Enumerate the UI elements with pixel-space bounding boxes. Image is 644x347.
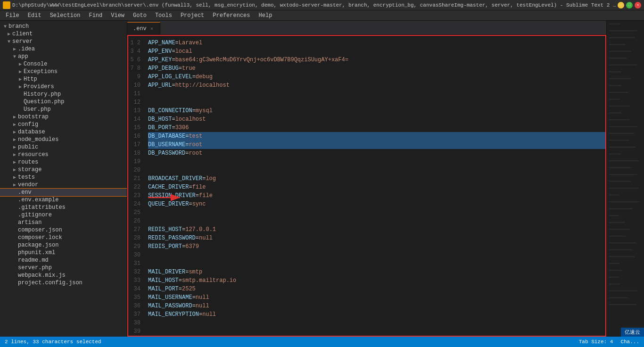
sidebar-item-Http[interactable]: ▶Http xyxy=(0,75,127,83)
sidebar-item-branch[interactable]: ▼ branch xyxy=(0,23,127,30)
sidebar[interactable]: ▼ branch ▶client▼server▶.idea▼app▶Consol… xyxy=(0,21,127,337)
menu-item-tools[interactable]: Tools xyxy=(151,11,176,20)
sidebar-item-label: database xyxy=(18,129,127,135)
sidebar-item-label: server.php xyxy=(18,264,127,271)
maximize-button[interactable]: □ xyxy=(626,2,633,8)
status-right: Tab Size: 4 Cha... xyxy=(579,339,639,345)
code-editor[interactable]: APP_NAME=Laravel APP_ENV=local APP_KEY=b… xyxy=(143,35,606,337)
sidebar-item-label: config xyxy=(18,121,127,128)
menu-item-file[interactable]: File xyxy=(2,11,23,20)
sidebar-item-config[interactable]: ▶config xyxy=(0,121,127,128)
sidebar-item-label: webpack.mix.js xyxy=(18,272,127,279)
tab-label: .env xyxy=(133,25,147,32)
sidebar-item-label: composer.json xyxy=(18,227,127,233)
menu-item-preferences[interactable]: Preferences xyxy=(209,11,254,20)
expand-arrow: ▶ xyxy=(11,159,18,165)
sidebar-item-label: .env.example xyxy=(18,197,127,203)
sidebar-item-bootstrap[interactable]: ▶bootstrap xyxy=(0,113,127,121)
status-tab-size[interactable]: Tab Size: 4 xyxy=(579,339,613,345)
sidebar-item-label: app xyxy=(18,53,127,60)
sidebar-item-tests[interactable]: ▶tests xyxy=(0,174,127,181)
main-layout: ▼ branch ▶client▼server▶.idea▼app▶Consol… xyxy=(0,21,644,337)
sidebar-item-node_modules[interactable]: ▶node_modules xyxy=(0,136,127,143)
menu-bar: FileEditSelectionFindViewGotoToolsProjec… xyxy=(0,10,644,21)
status-bar: 2 lines, 33 characters selected Tab Size… xyxy=(0,337,644,347)
sidebar-item-vendor[interactable]: ▶vendor xyxy=(0,181,127,189)
tab-env[interactable]: .env✕ xyxy=(127,22,160,34)
sidebar-item-label: project.config.json xyxy=(18,280,127,286)
expand-arrow: ▶ xyxy=(17,61,24,67)
sidebar-item-.gitattributes[interactable]: .gitattributes xyxy=(0,204,127,211)
sidebar-item-label: Exceptions xyxy=(24,68,127,75)
editor-content: 1 2 3 4 5 6 7 8 9 10 11 12 13 14 15 16 1… xyxy=(127,35,606,337)
sidebar-item-label: bootstrap xyxy=(18,114,127,120)
tabs-bar: .env✕ xyxy=(127,21,606,35)
sidebar-item-.env[interactable]: .env xyxy=(0,189,127,196)
sidebar-item-client[interactable]: ▶client xyxy=(0,30,127,38)
expand-arrow: ▶ xyxy=(6,31,12,37)
watermark: 亿速云 xyxy=(621,328,644,337)
sidebar-item-public[interactable]: ▶public xyxy=(0,143,127,151)
sidebar-item-label: client xyxy=(12,31,127,37)
menu-item-view[interactable]: View xyxy=(107,11,128,20)
sidebar-item-webpack.mix.js[interactable]: webpack.mix.js xyxy=(0,272,127,279)
sidebar-item-label: .idea xyxy=(18,46,127,52)
menu-item-project[interactable]: Project xyxy=(177,11,208,20)
sidebar-item-artisan[interactable]: artisan xyxy=(0,219,127,226)
sidebar-item-label: artisan xyxy=(18,219,127,226)
sidebar-item-label: package.json xyxy=(18,242,127,248)
sidebar-item-phpunit.xml[interactable]: phpunit.xml xyxy=(0,249,127,256)
sidebar-item-package.json[interactable]: package.json xyxy=(0,241,127,249)
sidebar-item-idea[interactable]: ▶.idea xyxy=(0,45,127,53)
sidebar-item-Exceptions[interactable]: ▶Exceptions xyxy=(0,68,127,75)
app-icon xyxy=(3,1,10,9)
sidebar-item-app[interactable]: ▼app xyxy=(0,53,127,60)
status-encoding[interactable]: Cha... xyxy=(620,339,639,345)
sidebar-item-storage[interactable]: ▶storage xyxy=(0,166,127,174)
expand-arrow: ▶ xyxy=(11,129,18,135)
menu-item-edit[interactable]: Edit xyxy=(24,11,45,20)
sidebar-item-resources[interactable]: ▶resources xyxy=(0,151,127,158)
sidebar-item-Question.php[interactable]: Question.php xyxy=(0,98,127,106)
title-bar: D:\phpStudy\WWW\testEngLevel\branch\serv… xyxy=(0,0,644,10)
sidebar-item-History.php[interactable]: History.php xyxy=(0,91,127,98)
menu-item-help[interactable]: Help xyxy=(255,11,276,20)
sidebar-item-label: composer.lock xyxy=(18,234,127,241)
sidebar-item-.gitignore[interactable]: .gitignore xyxy=(0,211,127,219)
expand-arrow: ▶ xyxy=(11,137,18,142)
sidebar-item-server.php[interactable]: server.php xyxy=(0,264,127,272)
expand-arrow: ▶ xyxy=(17,76,24,82)
minimize-button[interactable]: — xyxy=(618,2,624,8)
sidebar-item-label: storage xyxy=(18,166,127,173)
sidebar-item-label: vendor xyxy=(18,182,127,188)
menu-item-goto[interactable]: Goto xyxy=(129,11,150,20)
close-button[interactable]: ✕ xyxy=(635,2,641,8)
sidebar-item-label: resources xyxy=(18,151,127,158)
expand-arrow: ▶ xyxy=(11,122,18,127)
sidebar-item-composer.json[interactable]: composer.json xyxy=(0,226,127,234)
status-selection: 2 lines, 33 characters selected xyxy=(5,339,101,345)
sidebar-item-label: Console xyxy=(24,61,127,67)
minimap-canvas xyxy=(607,21,644,337)
sidebar-item-project.config.json[interactable]: project.config.json xyxy=(0,279,127,287)
sidebar-item-Console[interactable]: ▶Console xyxy=(0,60,127,68)
sidebar-item-label: .env xyxy=(18,189,127,196)
sidebar-item-readme.md[interactable]: readme.md xyxy=(0,256,127,264)
sidebar-item-label: routes xyxy=(18,159,127,165)
sidebar-item-routes[interactable]: ▶routes xyxy=(0,158,127,166)
sidebar-item-User.php[interactable]: User.php xyxy=(0,106,127,113)
sidebar-item-label: Http xyxy=(24,76,127,83)
sidebar-item-.env.example[interactable]: .env.example xyxy=(0,196,127,204)
sidebar-root-label: branch xyxy=(8,23,127,30)
sidebar-item-label: Providers xyxy=(24,83,127,90)
sidebar-item-server[interactable]: ▼server xyxy=(0,38,127,45)
menu-item-selection[interactable]: Selection xyxy=(46,11,84,20)
expand-arrow: ▼ xyxy=(6,39,12,44)
menu-item-find[interactable]: Find xyxy=(85,11,106,20)
sidebar-item-Providers[interactable]: ▶Providers xyxy=(0,83,127,91)
tab-close-button[interactable]: ✕ xyxy=(149,25,155,32)
sidebar-item-composer.lock[interactable]: composer.lock xyxy=(0,234,127,241)
sidebar-item-database[interactable]: ▶database xyxy=(0,128,127,136)
sidebar-item-label: server xyxy=(12,38,127,45)
sidebar-item-label: .gitignore xyxy=(18,212,127,218)
